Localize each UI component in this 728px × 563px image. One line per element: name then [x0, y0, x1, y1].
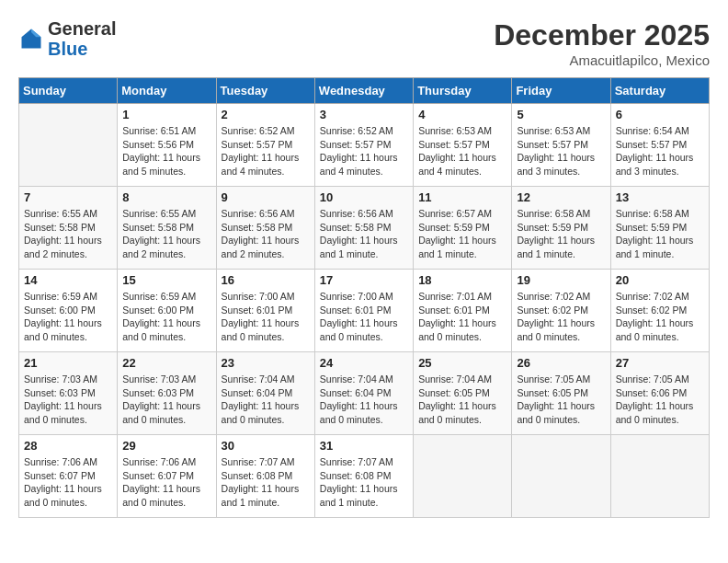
day-cell: 7Sunrise: 6:55 AMSunset: 5:58 PMDaylight…: [19, 187, 118, 270]
day-number: 12: [517, 190, 605, 204]
day-number: 22: [122, 356, 210, 370]
day-number: 20: [616, 273, 704, 287]
logo-general: General: [48, 18, 116, 39]
day-info: Sunrise: 7:05 AMSunset: 6:05 PMDaylight:…: [517, 373, 605, 427]
day-cell: [19, 104, 118, 187]
day-number: 18: [418, 273, 506, 287]
day-info: Sunrise: 7:04 AMSunset: 6:04 PMDaylight:…: [222, 373, 310, 427]
title-block: December 2025 Amacuitlapilco, Mexico: [494, 18, 710, 68]
day-number: 13: [616, 190, 704, 204]
week-row: 7Sunrise: 6:55 AMSunset: 5:58 PMDaylight…: [19, 187, 710, 270]
day-cell: 18Sunrise: 7:01 AMSunset: 6:01 PMDayligh…: [414, 270, 512, 352]
day-cell: 21Sunrise: 7:03 AMSunset: 6:03 PMDayligh…: [19, 352, 118, 435]
day-number: 24: [320, 356, 408, 370]
day-info: Sunrise: 6:59 AMSunset: 6:00 PMDaylight:…: [24, 290, 112, 344]
day-info: Sunrise: 7:07 AMSunset: 6:08 PMDaylight:…: [222, 455, 310, 510]
day-cell: 12Sunrise: 6:58 AMSunset: 5:59 PMDayligh…: [512, 187, 610, 270]
day-info: Sunrise: 7:01 AMSunset: 6:01 PMDaylight:…: [418, 290, 506, 344]
day-info: Sunrise: 7:03 AMSunset: 6:03 PMDaylight:…: [122, 373, 210, 427]
day-info: Sunrise: 7:04 AMSunset: 6:05 PMDaylight:…: [418, 373, 506, 427]
day-cell: 5Sunrise: 6:53 AMSunset: 5:57 PMDaylight…: [512, 104, 610, 187]
week-row: 1Sunrise: 6:51 AMSunset: 5:56 PMDaylight…: [19, 104, 710, 187]
day-info: Sunrise: 6:56 AMSunset: 5:58 PMDaylight:…: [222, 207, 310, 261]
day-cell: 3Sunrise: 6:52 AMSunset: 5:57 PMDaylight…: [314, 104, 413, 187]
weekday-header: Monday: [118, 78, 216, 104]
day-number: 6: [616, 108, 704, 121]
day-info: Sunrise: 6:56 AMSunset: 5:58 PMDaylight:…: [320, 207, 408, 261]
logo-icon: [18, 26, 44, 52]
day-number: 1: [122, 108, 210, 121]
day-cell: 31Sunrise: 7:07 AMSunset: 6:08 PMDayligh…: [314, 435, 413, 518]
day-info: Sunrise: 6:51 AMSunset: 5:56 PMDaylight:…: [122, 124, 210, 178]
day-number: 27: [616, 356, 704, 370]
day-number: 16: [222, 273, 310, 287]
day-cell: 27Sunrise: 7:05 AMSunset: 6:06 PMDayligh…: [610, 352, 709, 435]
day-cell: 1Sunrise: 6:51 AMSunset: 5:56 PMDaylight…: [118, 104, 216, 187]
day-cell: 30Sunrise: 7:07 AMSunset: 6:08 PMDayligh…: [216, 435, 314, 518]
day-cell: 15Sunrise: 6:59 AMSunset: 6:00 PMDayligh…: [118, 270, 216, 352]
day-cell: 23Sunrise: 7:04 AMSunset: 6:04 PMDayligh…: [216, 352, 314, 435]
day-cell: 2Sunrise: 6:52 AMSunset: 5:57 PMDaylight…: [216, 104, 314, 187]
day-cell: [414, 435, 512, 518]
day-number: 23: [222, 356, 310, 370]
page-header: General Blue December 2025 Amacuitlapilc…: [18, 18, 710, 68]
day-cell: 14Sunrise: 6:59 AMSunset: 6:00 PMDayligh…: [19, 270, 118, 352]
day-info: Sunrise: 7:06 AMSunset: 6:07 PMDaylight:…: [122, 455, 210, 510]
day-cell: 22Sunrise: 7:03 AMSunset: 6:03 PMDayligh…: [118, 352, 216, 435]
location: Amacuitlapilco, Mexico: [494, 52, 710, 68]
weekday-header: Tuesday: [216, 78, 314, 104]
day-cell: 20Sunrise: 7:02 AMSunset: 6:02 PMDayligh…: [610, 270, 709, 352]
day-info: Sunrise: 7:03 AMSunset: 6:03 PMDaylight:…: [24, 373, 112, 427]
day-number: 7: [24, 190, 112, 204]
day-cell: 25Sunrise: 7:04 AMSunset: 6:05 PMDayligh…: [414, 352, 512, 435]
logo-text: General Blue: [48, 18, 116, 59]
day-cell: 10Sunrise: 6:56 AMSunset: 5:58 PMDayligh…: [314, 187, 413, 270]
day-info: Sunrise: 6:57 AMSunset: 5:59 PMDaylight:…: [418, 207, 506, 261]
weekday-header: Thursday: [414, 78, 512, 104]
day-info: Sunrise: 7:04 AMSunset: 6:04 PMDaylight:…: [320, 373, 408, 427]
day-info: Sunrise: 7:02 AMSunset: 6:02 PMDaylight:…: [517, 290, 605, 344]
day-number: 4: [418, 108, 506, 121]
day-info: Sunrise: 7:00 AMSunset: 6:01 PMDaylight:…: [222, 290, 310, 344]
day-number: 9: [222, 190, 310, 204]
day-number: 19: [517, 273, 605, 287]
day-info: Sunrise: 6:58 AMSunset: 5:59 PMDaylight:…: [517, 207, 605, 261]
day-number: 17: [320, 273, 408, 287]
calendar-header: SundayMondayTuesdayWednesdayThursdayFrid…: [19, 78, 710, 104]
week-row: 21Sunrise: 7:03 AMSunset: 6:03 PMDayligh…: [19, 352, 710, 435]
day-info: Sunrise: 7:07 AMSunset: 6:08 PMDaylight:…: [320, 455, 408, 510]
day-info: Sunrise: 6:54 AMSunset: 5:57 PMDaylight:…: [616, 124, 704, 178]
month-title: December 2025: [494, 18, 710, 52]
week-row: 28Sunrise: 7:06 AMSunset: 6:07 PMDayligh…: [19, 435, 710, 518]
day-info: Sunrise: 7:06 AMSunset: 6:07 PMDaylight:…: [24, 455, 112, 510]
day-number: 14: [24, 273, 112, 287]
day-cell: 11Sunrise: 6:57 AMSunset: 5:59 PMDayligh…: [414, 187, 512, 270]
day-number: 29: [122, 439, 210, 453]
day-number: 31: [320, 439, 408, 453]
week-row: 14Sunrise: 6:59 AMSunset: 6:00 PMDayligh…: [19, 270, 710, 352]
day-cell: 6Sunrise: 6:54 AMSunset: 5:57 PMDaylight…: [610, 104, 709, 187]
day-cell: 16Sunrise: 7:00 AMSunset: 6:01 PMDayligh…: [216, 270, 314, 352]
weekday-row: SundayMondayTuesdayWednesdayThursdayFrid…: [19, 78, 710, 104]
day-info: Sunrise: 6:52 AMSunset: 5:57 PMDaylight:…: [320, 124, 408, 178]
day-info: Sunrise: 6:53 AMSunset: 5:57 PMDaylight:…: [517, 124, 605, 178]
day-info: Sunrise: 7:00 AMSunset: 6:01 PMDaylight:…: [320, 290, 408, 344]
weekday-header: Sunday: [19, 78, 118, 104]
day-number: 3: [320, 108, 408, 121]
day-number: 2: [222, 108, 310, 121]
day-cell: 13Sunrise: 6:58 AMSunset: 5:59 PMDayligh…: [610, 187, 709, 270]
day-number: 15: [122, 273, 210, 287]
day-info: Sunrise: 7:05 AMSunset: 6:06 PMDaylight:…: [616, 373, 704, 427]
day-cell: 24Sunrise: 7:04 AMSunset: 6:04 PMDayligh…: [314, 352, 413, 435]
day-number: 25: [418, 356, 506, 370]
day-number: 5: [517, 108, 605, 121]
day-info: Sunrise: 7:02 AMSunset: 6:02 PMDaylight:…: [616, 290, 704, 344]
weekday-header: Wednesday: [314, 78, 413, 104]
day-cell: [512, 435, 610, 518]
day-info: Sunrise: 6:59 AMSunset: 6:00 PMDaylight:…: [122, 290, 210, 344]
day-number: 10: [320, 190, 408, 204]
weekday-header: Friday: [512, 78, 610, 104]
day-cell: 17Sunrise: 7:00 AMSunset: 6:01 PMDayligh…: [314, 270, 413, 352]
day-number: 11: [418, 190, 506, 204]
calendar-body: 1Sunrise: 6:51 AMSunset: 5:56 PMDaylight…: [19, 104, 710, 518]
